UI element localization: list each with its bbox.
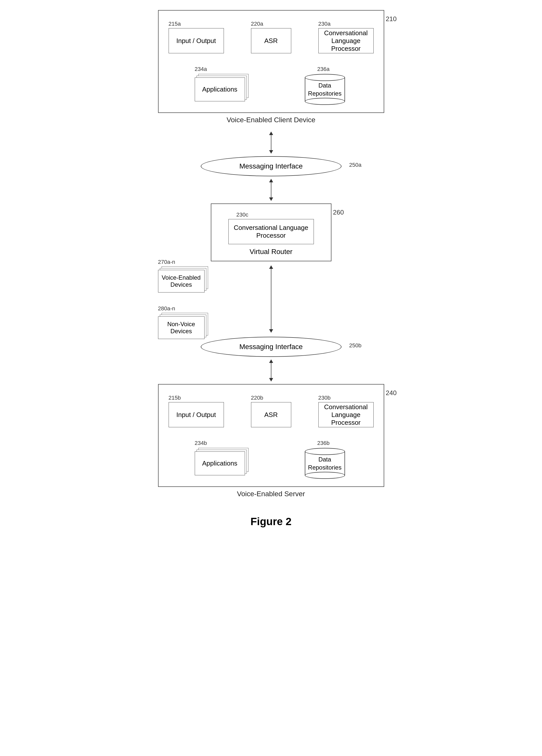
messaging-interface-top: Messaging Interface xyxy=(201,156,341,176)
clp-vr-box: Conversational Language Processor xyxy=(229,219,314,244)
clp-box-bottom: Conversational Language Processor xyxy=(318,402,374,427)
virtual-router-label: Virtual Router xyxy=(250,248,292,256)
input-output-box-bottom: Input / Output xyxy=(169,402,224,427)
ref-234a: 234a xyxy=(195,66,207,72)
arrow-vr-to-msg2 xyxy=(269,264,273,334)
figure-title: Figure 2 xyxy=(251,516,291,528)
asr-box-top: ASR xyxy=(251,28,291,53)
top-device-label: Voice-Enabled Client Device xyxy=(158,116,384,124)
arrow-top-to-msg1 xyxy=(269,132,273,154)
ref-240: 240 xyxy=(386,389,396,397)
ref-250b: 250b xyxy=(349,342,361,349)
arrow-msg1-to-vr xyxy=(269,179,273,201)
messaging-interface-bottom: Messaging Interface xyxy=(201,337,341,357)
bottom-server-label: Voice-Enabled Server xyxy=(158,490,384,498)
virtual-router-box: 230c Conversational Language Processor V… xyxy=(211,203,331,261)
data-repos-cylinder-top: DataRepositories xyxy=(302,74,347,105)
ref-230c: 230c xyxy=(237,212,249,218)
ref-250a: 250a xyxy=(349,162,361,168)
ref-260: 260 xyxy=(333,208,344,216)
data-repos-cylinder-bottom: DataRepositories xyxy=(302,448,347,479)
ref-234b: 234b xyxy=(195,440,207,446)
asr-box-bottom: ASR xyxy=(251,402,291,427)
ref-215b: 215b xyxy=(169,395,181,401)
ref-280a-n: 280a-n xyxy=(158,305,175,312)
arrow-msg2-to-server xyxy=(269,359,273,382)
ref-236b: 236b xyxy=(317,440,330,446)
ref-270a-n: 270a-n xyxy=(158,259,175,265)
page: 215a Input / Output 220a ASR 230a xyxy=(70,10,472,528)
ref-230a: 230a xyxy=(318,21,331,27)
ref-220a: 220a xyxy=(251,21,263,27)
ref-215a: 215a xyxy=(169,21,181,27)
ref-236a: 236a xyxy=(317,66,330,72)
bottom-server-box: 215b Input / Output 220b ASR 230b xyxy=(158,384,384,487)
input-output-box-top: Input / Output xyxy=(169,28,224,53)
applications-stacked-bottom: Applications xyxy=(195,448,250,476)
applications-stacked-top: Applications xyxy=(195,74,250,102)
clp-box-top: Conversational Language Processor xyxy=(318,28,374,53)
top-device-box: 215a Input / Output 220a ASR 230a xyxy=(158,10,384,113)
non-voice-devices-stacked: Non-Voice Devices xyxy=(158,313,211,339)
ref-220b: 220b xyxy=(251,395,263,401)
ref-230b: 230b xyxy=(318,395,331,401)
ref-210: 210 xyxy=(386,15,396,23)
voice-enabled-devices-stacked: Voice-Enabled Devices xyxy=(158,266,211,293)
